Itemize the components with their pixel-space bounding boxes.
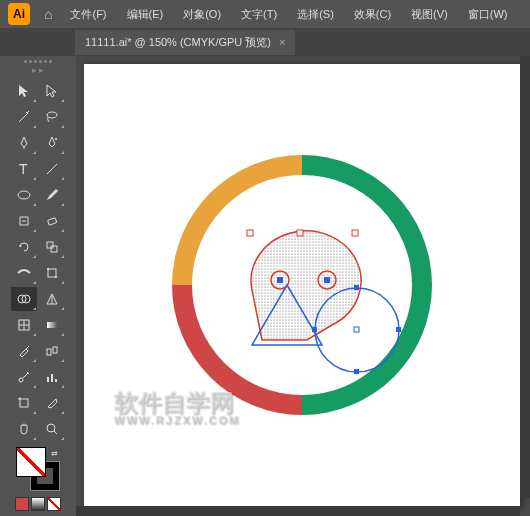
svg-line-3 — [47, 164, 57, 174]
menu-bar: Ai ⌂ 文件(F) 编辑(E) 对象(O) 文字(T) 选择(S) 效果(C)… — [0, 0, 530, 28]
curvature-tool[interactable] — [39, 131, 65, 155]
tab-label: 11111.ai* @ 150% (CMYK/GPU 预览) — [85, 35, 271, 50]
svg-point-10 — [55, 276, 57, 278]
close-icon[interactable]: × — [279, 36, 285, 48]
free-transform-tool[interactable] — [39, 261, 65, 285]
scrollbar-horizontal[interactable] — [76, 506, 520, 516]
svg-rect-34 — [277, 277, 283, 283]
mesh-tool[interactable] — [11, 313, 37, 337]
svg-rect-5 — [48, 218, 57, 225]
svg-rect-37 — [247, 230, 253, 236]
svg-rect-16 — [47, 322, 57, 328]
svg-rect-21 — [51, 374, 53, 382]
svg-rect-7 — [51, 246, 57, 252]
blend-tool[interactable] — [39, 339, 65, 363]
svg-rect-41 — [354, 285, 359, 290]
panel-toggle[interactable]: ▸▸ — [32, 65, 44, 75]
svg-rect-8 — [48, 269, 56, 277]
watermark: 软件自学网 WWW.RJZXW.COM — [114, 391, 240, 426]
svg-rect-6 — [47, 242, 53, 248]
eraser-tool[interactable] — [39, 209, 65, 233]
shape-builder-tool[interactable] — [11, 287, 37, 311]
magic-wand-tool[interactable] — [11, 105, 37, 129]
svg-rect-39 — [352, 230, 358, 236]
menu-window[interactable]: 窗口(W) — [460, 3, 516, 26]
scrollbar-vertical[interactable] — [520, 56, 530, 498]
home-icon[interactable]: ⌂ — [38, 6, 58, 22]
fill-stroke-control[interactable]: ⇄ — [12, 447, 64, 491]
scale-tool[interactable] — [39, 235, 65, 259]
artboard[interactable]: 软件自学网 WWW.RJZXW.COM — [84, 64, 520, 506]
color-mode-row — [15, 497, 61, 511]
artboard-tool[interactable] — [11, 391, 37, 415]
menu-file[interactable]: 文件(F) — [62, 3, 114, 26]
watermark-main: 软件自学网 — [114, 391, 240, 415]
pen-tool[interactable] — [11, 131, 37, 155]
svg-rect-20 — [47, 377, 49, 382]
slice-tool[interactable] — [39, 391, 65, 415]
selection-tool[interactable] — [11, 79, 37, 103]
color-mode-normal[interactable] — [15, 497, 29, 511]
tools-panel: ▸▸ T — [0, 56, 76, 516]
type-tool[interactable]: T — [11, 157, 37, 181]
paintbrush-tool[interactable] — [39, 183, 65, 207]
svg-rect-43 — [354, 369, 359, 374]
shaper-tool[interactable] — [11, 209, 37, 233]
svg-rect-23 — [20, 399, 28, 407]
color-mode-gradient[interactable] — [31, 497, 45, 511]
zoom-tool[interactable] — [39, 417, 65, 441]
svg-point-0 — [47, 112, 57, 118]
fill-swatch[interactable] — [16, 447, 46, 477]
swap-icon[interactable]: ⇄ — [51, 449, 58, 458]
menu-view[interactable]: 视图(V) — [403, 3, 456, 26]
menu-object[interactable]: 对象(O) — [175, 3, 229, 26]
canvas-area[interactable]: 软件自学网 WWW.RJZXW.COM — [76, 56, 530, 516]
gradient-tool[interactable] — [39, 313, 65, 337]
svg-rect-38 — [297, 230, 303, 236]
svg-rect-17 — [47, 349, 51, 355]
panel-grip[interactable] — [8, 60, 68, 63]
svg-point-1 — [55, 138, 57, 140]
rectangle-tool[interactable] — [11, 183, 37, 207]
svg-rect-22 — [55, 379, 57, 382]
menu-edit[interactable]: 编辑(E) — [119, 3, 172, 26]
perspective-tool[interactable] — [39, 287, 65, 311]
symbol-sprayer-tool[interactable] — [11, 365, 37, 389]
svg-point-26 — [47, 424, 55, 432]
svg-point-9 — [47, 268, 49, 270]
eyedropper-tool[interactable] — [11, 339, 37, 363]
svg-rect-36 — [324, 277, 330, 283]
svg-point-4 — [18, 191, 30, 199]
svg-point-19 — [19, 378, 23, 382]
svg-rect-42 — [396, 327, 401, 332]
direct-selection-tool[interactable] — [39, 79, 65, 103]
menu-select[interactable]: 选择(S) — [289, 3, 342, 26]
color-mode-none[interactable] — [47, 497, 61, 511]
app-logo: Ai — [8, 3, 30, 25]
lasso-tool[interactable] — [39, 105, 65, 129]
tab-bar: 11111.ai* @ 150% (CMYK/GPU 预览) × — [0, 28, 530, 56]
svg-rect-45 — [354, 327, 359, 332]
width-tool[interactable] — [11, 261, 37, 285]
hand-tool[interactable] — [11, 417, 37, 441]
svg-line-27 — [54, 431, 57, 434]
line-tool[interactable] — [39, 157, 65, 181]
menu-effect[interactable]: 效果(C) — [346, 3, 399, 26]
svg-rect-18 — [53, 347, 57, 353]
menu-type[interactable]: 文字(T) — [233, 3, 285, 26]
rotate-tool[interactable] — [11, 235, 37, 259]
watermark-sub: WWW.RJZXW.COM — [114, 415, 240, 426]
column-graph-tool[interactable] — [39, 365, 65, 389]
document-tab[interactable]: 11111.ai* @ 150% (CMYK/GPU 预览) × — [75, 30, 295, 55]
svg-text:T: T — [19, 161, 28, 177]
